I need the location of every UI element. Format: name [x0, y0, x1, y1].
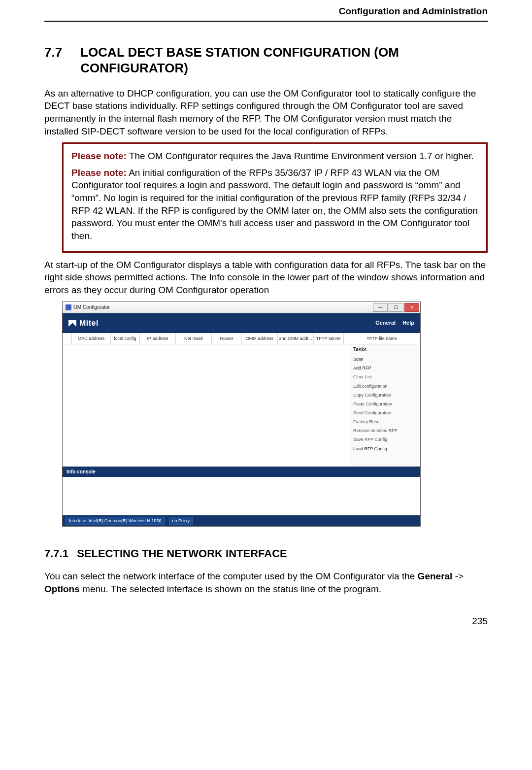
om-configurator-window: OM Configurator — ☐ ✕ Mitel General Help — [62, 301, 421, 527]
brand-logo: Mitel — [68, 318, 99, 329]
brand-text: Mitel — [79, 318, 99, 329]
task-remove-rfp: Remove selected RFP — [353, 426, 417, 435]
body-post: menu. The selected interface is shown on… — [80, 584, 381, 594]
brand-bar: Mitel General Help — [63, 313, 420, 333]
col-select[interactable] — [63, 333, 72, 344]
tasks-panel: Tasks Scan Add RFP Clear List Edit confi… — [350, 344, 420, 467]
maximize-button[interactable]: ☐ — [389, 303, 403, 312]
col-router[interactable]: Router — [212, 333, 242, 344]
subsection-number: 7.7.1 — [44, 546, 74, 561]
note-1: Please note: The OM Configurator require… — [71, 150, 478, 163]
close-button[interactable]: ✕ — [404, 303, 419, 312]
section-heading: 7.7 LOCAL DECT BASE STATION CONFIGURATIO… — [44, 44, 488, 76]
bowtie-icon — [68, 320, 76, 326]
subsection-title: SELECTING THE NETWORK INTERFACE — [77, 547, 287, 560]
after-notes-paragraph: At start-up of the OM Configurator displ… — [44, 259, 488, 297]
task-clear-list: Clear List — [353, 372, 417, 381]
menu-help[interactable]: Help — [402, 319, 414, 327]
subsection-heading: 7.7.1 SELECTING THE NETWORK INTERFACE — [44, 546, 488, 561]
table-body[interactable] — [63, 344, 350, 467]
col-tftpfile[interactable]: TFTP file name — [344, 333, 420, 344]
note-box: Please note: The OM Configurator require… — [62, 142, 488, 252]
task-copy-config: Copy Configuration — [353, 391, 417, 400]
task-add-rfp[interactable]: Add RFP — [353, 364, 417, 372]
task-factory-reset: Factory Reset — [353, 417, 417, 426]
col-mac[interactable]: MAC address — [72, 333, 111, 344]
note-2: Please note: An initial configuration of… — [71, 167, 478, 242]
menu-bold-2: Options — [44, 584, 80, 594]
window-title-text: OM Configurator — [73, 304, 110, 311]
intro-paragraph: As an alternative to DHCP configuration,… — [44, 87, 488, 138]
col-ip[interactable]: IP address — [140, 333, 176, 344]
status-interface: Interface: Intel(R) Centrino(R) Wireless… — [66, 517, 165, 525]
status-proxy: no Proxy — [169, 517, 194, 525]
arrow-text: -> — [452, 571, 464, 581]
task-edit-config: Edit configuration — [353, 382, 417, 391]
task-paste-config: Paste Configuration — [353, 400, 417, 408]
page-number: 235 — [44, 615, 488, 628]
col-tftpserver[interactable]: TFTP server — [314, 333, 344, 344]
task-save-rfp-config: Save RFP Config — [353, 435, 417, 444]
task-load-rfp-config[interactable]: Load RFP Config — [353, 444, 417, 453]
col-omm2[interactable]: 2nd OMM addr... — [278, 333, 314, 344]
note-text: The OM Configurator requires the Java Ru… — [129, 151, 474, 161]
col-omm[interactable]: OMM address — [242, 333, 278, 344]
subsection-body: You can select the network interface of … — [44, 570, 488, 595]
note-label: Please note: — [71, 167, 127, 178]
tasks-heading: Tasks — [353, 346, 417, 353]
window-titlebar: OM Configurator — ☐ ✕ — [63, 302, 420, 313]
task-send-config: Send Configuration — [353, 408, 417, 417]
status-bar: Interface: Intel(R) Centrino(R) Wireless… — [63, 515, 420, 526]
note-text: An initial configuration of the RFPs 35/… — [71, 167, 478, 241]
note-label: Please note: — [71, 151, 127, 161]
info-console-body[interactable] — [63, 477, 420, 515]
menu-bold-1: General — [418, 571, 453, 581]
running-header: Configuration and Administration — [44, 5, 488, 22]
task-scan[interactable]: Scan — [353, 355, 417, 364]
section-number: 7.7 — [44, 44, 72, 61]
app-icon — [66, 304, 71, 310]
app-screenshot: OM Configurator — ☐ ✕ Mitel General Help — [62, 301, 421, 527]
col-localconfig[interactable]: local config — [111, 333, 140, 344]
table-header-row: MAC address local config IP address Net … — [63, 333, 420, 344]
minimize-button[interactable]: — — [373, 303, 388, 312]
menu-general[interactable]: General — [375, 319, 396, 327]
body-pre: You can select the network interface of … — [44, 571, 418, 581]
section-title: LOCAL DECT BASE STATION CONFIGURATION (O… — [80, 44, 474, 76]
col-netmask[interactable]: Net mask — [176, 333, 212, 344]
info-console-header: Info console — [63, 467, 420, 477]
